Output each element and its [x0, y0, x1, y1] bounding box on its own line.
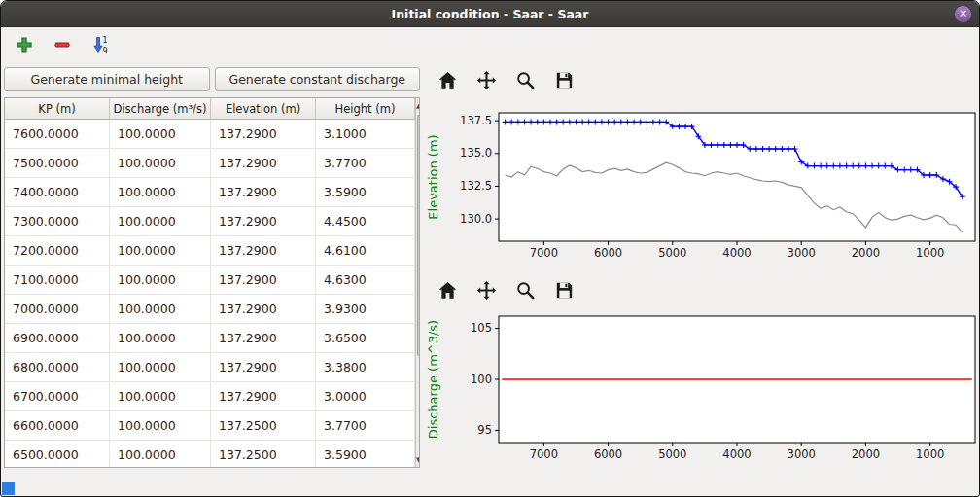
scrollbar-down-button[interactable]: ▼	[416, 452, 420, 467]
sort-digit-bottom: 9	[102, 46, 107, 53]
home-button[interactable]	[435, 277, 460, 302]
close-icon: ×	[959, 7, 967, 19]
y-tick-label: 105	[471, 321, 492, 335]
table-cell[interactable]: 100.0000	[110, 120, 211, 149]
y-tick-label: 130.0	[460, 212, 492, 226]
x-tick-label: 7000	[530, 246, 558, 260]
zoom-icon	[514, 69, 537, 91]
column-header[interactable]: Height (m)	[316, 98, 415, 120]
column-header[interactable]: KP (m)	[5, 98, 110, 120]
plot-area	[499, 113, 975, 241]
table-cell[interactable]: 100.0000	[110, 295, 211, 324]
table-cell[interactable]: 100.0000	[110, 382, 211, 411]
discharge-plot[interactable]: 700060005000400030002000100095100105Disc…	[425, 308, 979, 464]
table-cell[interactable]: 100.0000	[110, 207, 211, 236]
table-cell[interactable]: 4.4500	[316, 207, 415, 236]
table-cell[interactable]: 137.2900	[211, 120, 316, 149]
table-cell[interactable]: 7100.0000	[5, 266, 110, 295]
close-button[interactable]: ×	[954, 5, 972, 23]
table-cell[interactable]: 137.2900	[211, 324, 316, 353]
table-cell[interactable]: 137.2900	[211, 353, 316, 382]
table-cell[interactable]: 7600.0000	[5, 120, 110, 149]
generate-constant-discharge-button[interactable]: Generate constant discharge	[215, 67, 421, 91]
table-cell[interactable]: 3.5900	[316, 178, 415, 207]
table-row: 6600.0000100.0000137.25003.7700	[5, 411, 415, 441]
table-cell[interactable]: 3.6500	[316, 324, 415, 353]
save-button[interactable]	[551, 277, 577, 302]
table-cell[interactable]: 100.0000	[110, 411, 211, 441]
table-cell[interactable]: 137.2900	[211, 207, 316, 236]
table-cell[interactable]: 137.2500	[211, 411, 316, 441]
table-cell[interactable]: 137.2900	[211, 382, 316, 411]
table-cell[interactable]: 137.2900	[211, 266, 316, 295]
table-cell[interactable]: 3.3800	[316, 353, 415, 382]
table-row: 7200.0000100.0000137.29004.6100	[5, 236, 415, 266]
generate-minimal-height-button[interactable]: Generate minimal height	[4, 67, 210, 91]
main-toolbar: 1 9	[1, 27, 979, 61]
size-grip[interactable]	[2, 482, 15, 495]
table-cell[interactable]: 100.0000	[110, 149, 211, 178]
zoom-button[interactable]	[512, 277, 538, 302]
table-cell[interactable]: 6900.0000	[5, 324, 110, 353]
table-cell[interactable]: 3.7700	[316, 411, 415, 441]
table-cell[interactable]: 7500.0000	[5, 149, 110, 178]
table-cell[interactable]: 4.6300	[316, 266, 415, 295]
table-cell[interactable]: 3.1000	[316, 120, 415, 149]
scrollbar-thumb[interactable]	[417, 115, 420, 356]
table-cell[interactable]: 7300.0000	[5, 207, 110, 236]
titlebar[interactable]: Initial condition - Saar - Saar ×	[1, 1, 979, 27]
sort-button[interactable]: 1 9	[88, 33, 112, 56]
discharge-plot-toolbar	[423, 275, 980, 304]
sort-1-9-icon: 1 9	[90, 35, 110, 54]
table-cell[interactable]: 137.2900	[211, 149, 316, 178]
table-cell[interactable]: 100.0000	[110, 441, 211, 469]
table-cell[interactable]: 6700.0000	[5, 382, 110, 411]
column-header[interactable]: Discharge (m³/s)	[110, 98, 211, 120]
table-cell[interactable]: 6500.0000	[5, 441, 110, 469]
y-tick-label: 100	[471, 373, 492, 386]
table-cell[interactable]: 100.0000	[110, 324, 211, 353]
table-cell[interactable]: 100.0000	[110, 236, 211, 266]
table-cell[interactable]: 6800.0000	[5, 353, 110, 382]
pan-button[interactable]	[473, 277, 499, 302]
pan-button[interactable]	[473, 67, 499, 92]
table-cell[interactable]: 137.2900	[211, 178, 316, 207]
home-icon	[437, 279, 459, 302]
initial-condition-table: KP (m)Discharge (m³/s)Elevation (m)Heigh…	[5, 98, 415, 468]
remove-row-button[interactable]	[51, 33, 74, 56]
table-cell[interactable]: 3.0000	[316, 382, 415, 411]
table-cell[interactable]: 100.0000	[110, 178, 211, 207]
table-row: 6500.0000100.0000137.25003.5900	[5, 441, 415, 469]
home-button[interactable]	[435, 67, 460, 92]
table-cell[interactable]: 6600.0000	[5, 411, 110, 441]
table-cell[interactable]: 3.7700	[316, 149, 415, 178]
x-tick-label: 3000	[788, 447, 816, 461]
table-cell[interactable]: 7400.0000	[5, 178, 110, 207]
x-tick-label: 6000	[594, 246, 622, 260]
zoom-button[interactable]	[512, 67, 538, 92]
column-header[interactable]: Elevation (m)	[211, 98, 316, 120]
scrollbar-track[interactable]	[416, 113, 420, 452]
table-cell[interactable]: 3.5900	[316, 441, 415, 469]
table-cell[interactable]: 4.6100	[316, 236, 415, 266]
table-cell[interactable]: 100.0000	[110, 353, 211, 382]
add-row-button[interactable]	[13, 33, 36, 56]
table-cell[interactable]: 3.9300	[316, 295, 415, 324]
elevation-plot[interactable]: 7000600050004000300020001000130.0132.513…	[425, 100, 979, 270]
save-icon	[553, 279, 576, 302]
save-button[interactable]	[551, 67, 577, 92]
scrollbar-up-button[interactable]: ▲	[416, 98, 420, 113]
table-cell[interactable]: 7200.0000	[5, 236, 110, 266]
vertical-scrollbar[interactable]: ▲ ▼	[415, 98, 420, 467]
y-tick-label: 95	[477, 423, 492, 437]
table-cell[interactable]: 7000.0000	[5, 295, 110, 324]
table-row: 6700.0000100.0000137.29003.0000	[5, 382, 415, 411]
table-cell[interactable]: 100.0000	[110, 266, 211, 295]
x-tick-label: 7000	[530, 447, 558, 461]
table-cell[interactable]: 137.2900	[211, 295, 316, 324]
pan-icon	[475, 69, 498, 91]
table-cell[interactable]: 137.2500	[211, 441, 316, 469]
scroll-down-icon: ▼	[416, 456, 420, 464]
table-cell[interactable]: 137.2900	[211, 236, 316, 266]
elevation-plot-toolbar	[423, 65, 980, 94]
